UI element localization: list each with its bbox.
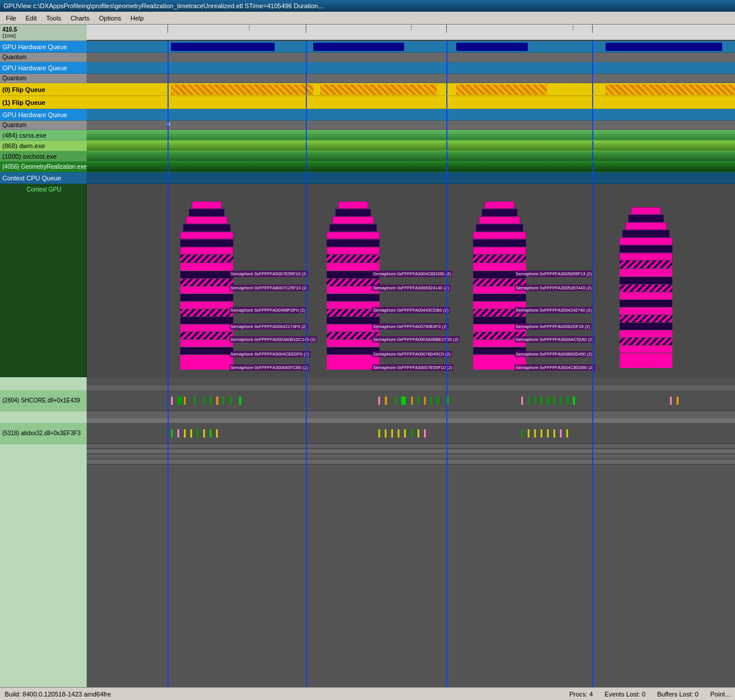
flip-queue-1-chart xyxy=(87,96,735,109)
proc-1000-row: (1000) svchost.exe xyxy=(0,151,735,162)
svg-rect-14 xyxy=(180,309,233,316)
proc-4056-chart xyxy=(87,162,735,172)
svg-rect-82 xyxy=(620,353,672,368)
bottom-blank-rows xyxy=(0,444,735,687)
svg-rect-2 xyxy=(186,217,227,224)
sem-label-5: Semaphore 0xFFFFFА3006324140 (2) xyxy=(372,285,450,291)
blank-row-2b xyxy=(0,418,735,423)
titlebar: GPUView c:\DXAppsProfileing\profiles\geo… xyxy=(0,0,735,12)
quantum-3-row: Quantum xyxy=(0,121,735,130)
menu-tools[interactable]: Tools xyxy=(42,13,66,23)
svg-rect-6 xyxy=(180,247,233,254)
svg-rect-80 xyxy=(620,338,672,345)
flip-queue-1-row: (1) Flip Queue xyxy=(0,96,735,109)
gpu-hw-queue-3-row: GPU Hardware Queue xyxy=(0,109,735,121)
stacked-bars-svg xyxy=(87,184,735,377)
gpu-hw-queue-2-row: GPU Hardware Queue xyxy=(0,62,735,74)
svg-rect-20 xyxy=(180,355,233,370)
sem-label-6: Semaphore 0xFFFFFА3005397443 (2) xyxy=(515,285,593,291)
proc-484-row: (484) csrss.exe xyxy=(0,130,735,141)
big-chart-area: Semaphore 0xFFFFFА5007Е55F10 (2) Semapho… xyxy=(87,184,735,377)
sem-label-7: Semaphore 0xFFFFFА00496FDF0 (2) xyxy=(230,307,307,313)
gpu-hw-queue-1-row: GPU Hardware Queue xyxy=(0,41,735,53)
dll-2804-chart xyxy=(87,390,735,411)
build-info: Build: 8400.0.120518-1423 amd64fre xyxy=(5,691,111,698)
flip-queue-0-row: (0) Flip Queue xyxy=(0,83,735,96)
svg-rect-81 xyxy=(620,346,672,353)
quantum-1-chart xyxy=(87,53,735,62)
gpu-hw-queue-1-label: GPU Hardware Queue xyxy=(0,41,87,53)
menu-file[interactable]: File xyxy=(1,13,21,23)
svg-rect-71 xyxy=(620,269,672,276)
svg-rect-1 xyxy=(189,209,224,216)
svg-rect-18 xyxy=(180,340,233,347)
svg-rect-17 xyxy=(180,332,233,339)
sem-label-1: Semaphore 0xFFFFFА5007Е55F10 (2) xyxy=(230,271,309,277)
svg-rect-7 xyxy=(180,255,233,262)
svg-rect-73 xyxy=(620,285,672,292)
proc-868-row: (868) dwm.exe xyxy=(0,141,735,151)
svg-rect-48 xyxy=(473,247,526,254)
ruler-value: 410.5 xyxy=(2,26,17,33)
events-lost: Events Lost: 0 xyxy=(604,691,645,698)
menu-charts[interactable]: Charts xyxy=(66,13,94,23)
gpu-hw-queue-2-label: GPU Hardware Queue xyxy=(0,62,87,74)
svg-rect-27 xyxy=(327,247,380,254)
svg-rect-24 xyxy=(330,224,377,231)
svg-rect-23 xyxy=(333,217,374,224)
sem-label-17: Semaphore 0xFFFFFА00078D45C0 (2) xyxy=(372,351,452,357)
sem-label-8: Semaphore 0xFFFFFА00443CDB0 (2) xyxy=(372,307,450,313)
gpu-hw-queue-3-label: GPU Hardware Queue xyxy=(0,109,87,121)
menu-edit[interactable]: Edit xyxy=(21,13,42,23)
sem-label-19: Semaphore 0xFFFFFА3006A97CB0 (2) xyxy=(230,364,310,371)
blank-row-1b xyxy=(0,385,735,390)
svg-rect-22 xyxy=(336,209,371,216)
buffers-lost: Buffers Lost: 0 xyxy=(657,691,699,698)
quantum-3-label: Quantum xyxy=(0,121,87,130)
dll-2804-label: (2804) SHCORE.dll+0x1E439 xyxy=(0,390,87,411)
svg-rect-33 xyxy=(327,294,380,301)
sem-label-15: Semaphore 0xFFFFFА3004AC52A0 (2) xyxy=(515,336,595,343)
statusbar: Build: 8400.0.120518-1423 amd64fre Procs… xyxy=(0,687,735,700)
menu-help[interactable]: Help xyxy=(126,13,149,23)
menubar: File Edit Tools Charts Options Help xyxy=(0,12,735,25)
svg-rect-78 xyxy=(620,323,672,330)
proc-4056-label: (4056) GeometryRealization.exe xyxy=(0,162,87,172)
quantum-2-label: Quantum xyxy=(0,74,87,83)
proc-868-chart xyxy=(87,141,735,151)
svg-rect-76 xyxy=(620,308,672,315)
svg-rect-66 xyxy=(623,230,669,237)
big-chart-row: Context GPU Semaphore 0xFFFFFА5007Е55F10… xyxy=(0,184,735,377)
svg-rect-12 xyxy=(180,294,233,301)
svg-rect-11 xyxy=(180,286,233,293)
svg-rect-44 xyxy=(479,217,520,224)
svg-rect-50 xyxy=(473,263,526,271)
sem-label-2: Semaphore 0xFFFFFА3004CBD390 (2) xyxy=(372,271,452,277)
dll-5318-chart xyxy=(87,423,735,444)
proc-484-label: (484) csrss.exe xyxy=(0,130,87,141)
sem-label-3: Semaphore 0xFFFFFА3005655F13 (2) xyxy=(515,271,593,277)
svg-rect-28 xyxy=(327,255,380,262)
svg-rect-15 xyxy=(180,317,233,324)
sem-label-21: Semaphore 0xFFFFFА3004CBD390 (2) xyxy=(515,364,595,371)
svg-rect-72 xyxy=(620,277,672,284)
menu-options[interactable]: Options xyxy=(94,13,126,23)
svg-rect-64 xyxy=(628,215,664,222)
gpu-hw-queue-2-chart xyxy=(87,62,735,74)
gpu-hw-queue-3-chart xyxy=(87,109,735,121)
ruler-row: 410.5 (1ms) xyxy=(0,25,735,41)
svg-rect-79 xyxy=(620,330,672,337)
svg-rect-54 xyxy=(473,294,526,301)
sem-label-13: Semaphore 0xFFFFFА0003A081DC140 (2) xyxy=(230,336,317,343)
proc-868-label: (868) dwm.exe xyxy=(0,141,87,151)
flip-queue-0-label: (0) Flip Queue xyxy=(0,83,87,96)
svg-rect-16 xyxy=(180,325,233,332)
titlebar-text: GPUView c:\DXAppsProfileing\profiles\geo… xyxy=(4,2,323,9)
svg-rect-46 xyxy=(473,232,526,239)
svg-rect-49 xyxy=(473,255,526,262)
quantum-3-chart xyxy=(87,121,735,130)
svg-rect-43 xyxy=(482,209,517,216)
svg-rect-42 xyxy=(485,202,514,209)
svg-rect-70 xyxy=(620,261,672,268)
dll-2804-row: (2804) SHCORE.dll+0x1E439 xyxy=(0,390,735,411)
